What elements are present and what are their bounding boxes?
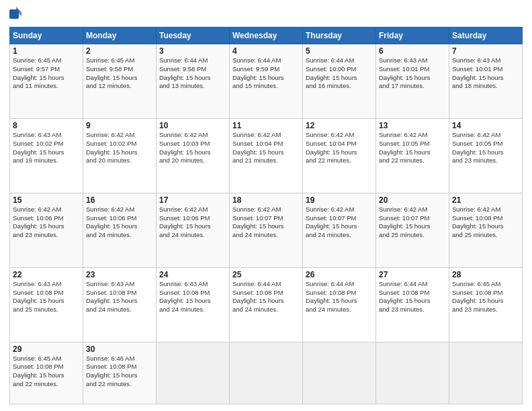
- week-row-3: 15Sunrise: 6:42 AM Sunset: 10:06 PM Dayl…: [10, 193, 523, 267]
- day-number: 1: [13, 46, 80, 56]
- logo-icon: [9, 7, 21, 21]
- day-number: 5: [306, 46, 373, 56]
- day-info: Sunrise: 6:43 AM Sunset: 10:02 PM Daylig…: [13, 131, 80, 165]
- week-row-1: 1Sunrise: 6:45 AM Sunset: 9:57 PM Daylig…: [10, 44, 523, 119]
- calendar-cell: 21Sunrise: 6:42 AM Sunset: 10:08 PM Dayl…: [449, 193, 523, 267]
- day-info: Sunrise: 6:43 AM Sunset: 10:08 PM Daylig…: [159, 280, 226, 314]
- week-row-2: 8Sunrise: 6:43 AM Sunset: 10:02 PM Dayli…: [10, 118, 523, 193]
- weekday-header-monday: Monday: [83, 28, 157, 44]
- calendar-cell: 4Sunrise: 6:44 AM Sunset: 9:59 PM Daylig…: [230, 44, 303, 119]
- day-number: 26: [306, 270, 373, 279]
- day-info: Sunrise: 6:42 AM Sunset: 10:06 PM Daylig…: [13, 205, 80, 240]
- weekday-header-wednesday: Wednesday: [230, 28, 303, 44]
- day-number: 30: [86, 345, 153, 354]
- day-info: Sunrise: 6:45 AM Sunset: 10:08 PM Daylig…: [452, 280, 519, 314]
- calendar-cell: 17Sunrise: 6:42 AM Sunset: 10:06 PM Dayl…: [157, 193, 230, 267]
- calendar-cell: 22Sunrise: 6:43 AM Sunset: 10:08 PM Dayl…: [10, 267, 83, 342]
- calendar-cell: 23Sunrise: 6:43 AM Sunset: 10:08 PM Dayl…: [83, 267, 157, 342]
- calendar-cell: 18Sunrise: 6:42 AM Sunset: 10:07 PM Dayl…: [230, 193, 303, 267]
- day-info: Sunrise: 6:42 AM Sunset: 10:02 PM Daylig…: [86, 131, 153, 165]
- calendar-cell: [449, 342, 523, 404]
- day-number: 11: [232, 121, 300, 130]
- calendar-cell: 12Sunrise: 6:42 AM Sunset: 10:04 PM Dayl…: [303, 118, 376, 193]
- day-info: Sunrise: 6:44 AM Sunset: 10:08 PM Daylig…: [232, 280, 300, 314]
- day-info: Sunrise: 6:42 AM Sunset: 10:05 PM Daylig…: [452, 131, 519, 165]
- day-info: Sunrise: 6:44 AM Sunset: 9:58 PM Dayligh…: [159, 56, 226, 91]
- day-info: Sunrise: 6:42 AM Sunset: 10:07 PM Daylig…: [232, 205, 300, 240]
- day-number: 10: [159, 121, 226, 130]
- calendar-cell: 3Sunrise: 6:44 AM Sunset: 9:58 PM Daylig…: [157, 44, 230, 119]
- day-info: Sunrise: 6:42 AM Sunset: 10:05 PM Daylig…: [379, 131, 446, 165]
- day-info: Sunrise: 6:42 AM Sunset: 10:07 PM Daylig…: [379, 205, 446, 240]
- calendar-cell: 29Sunrise: 6:45 AM Sunset: 10:08 PM Dayl…: [10, 342, 83, 404]
- day-number: 3: [159, 46, 226, 56]
- calendar-cell: 25Sunrise: 6:44 AM Sunset: 10:08 PM Dayl…: [230, 267, 303, 342]
- day-number: 13: [379, 121, 446, 130]
- logo: [9, 7, 24, 21]
- calendar-cell: 5Sunrise: 6:44 AM Sunset: 10:00 PM Dayli…: [303, 44, 376, 119]
- calendar-cell: 1Sunrise: 6:45 AM Sunset: 9:57 PM Daylig…: [10, 44, 83, 119]
- day-number: 18: [232, 195, 300, 205]
- day-number: 29: [13, 345, 80, 354]
- day-info: Sunrise: 6:42 AM Sunset: 10:08 PM Daylig…: [452, 205, 519, 240]
- weekday-header-tuesday: Tuesday: [157, 28, 230, 44]
- day-number: 24: [159, 270, 226, 279]
- day-info: Sunrise: 6:42 AM Sunset: 10:03 PM Daylig…: [159, 131, 226, 165]
- calendar-cell: 30Sunrise: 6:46 AM Sunset: 10:08 PM Dayl…: [83, 342, 157, 404]
- calendar-cell: [157, 342, 230, 404]
- day-number: 6: [379, 46, 446, 56]
- day-number: 21: [452, 195, 519, 205]
- day-info: Sunrise: 6:44 AM Sunset: 9:59 PM Dayligh…: [232, 56, 300, 91]
- day-info: Sunrise: 6:43 AM Sunset: 10:08 PM Daylig…: [13, 280, 80, 314]
- calendar-cell: 9Sunrise: 6:42 AM Sunset: 10:02 PM Dayli…: [83, 118, 157, 193]
- day-info: Sunrise: 6:43 AM Sunset: 10:01 PM Daylig…: [452, 56, 519, 91]
- day-number: 9: [86, 121, 153, 130]
- calendar-cell: 11Sunrise: 6:42 AM Sunset: 10:04 PM Dayl…: [230, 118, 303, 193]
- day-info: Sunrise: 6:44 AM Sunset: 10:08 PM Daylig…: [379, 280, 446, 314]
- week-row-5: 29Sunrise: 6:45 AM Sunset: 10:08 PM Dayl…: [10, 342, 523, 404]
- day-number: 14: [452, 121, 519, 130]
- day-info: Sunrise: 6:42 AM Sunset: 10:06 PM Daylig…: [86, 205, 153, 240]
- calendar-cell: 2Sunrise: 6:45 AM Sunset: 9:58 PM Daylig…: [83, 44, 157, 119]
- calendar-cell: 27Sunrise: 6:44 AM Sunset: 10:08 PM Dayl…: [376, 267, 449, 342]
- calendar-cell: 24Sunrise: 6:43 AM Sunset: 10:08 PM Dayl…: [157, 267, 230, 342]
- calendar-cell: [303, 342, 376, 404]
- calendar-cell: 7Sunrise: 6:43 AM Sunset: 10:01 PM Dayli…: [449, 44, 523, 119]
- day-info: Sunrise: 6:42 AM Sunset: 10:07 PM Daylig…: [306, 205, 373, 240]
- day-info: Sunrise: 6:45 AM Sunset: 9:58 PM Dayligh…: [86, 56, 153, 91]
- calendar-cell: [376, 342, 449, 404]
- calendar-cell: 10Sunrise: 6:42 AM Sunset: 10:03 PM Dayl…: [157, 118, 230, 193]
- weekday-header-thursday: Thursday: [303, 28, 376, 44]
- day-number: 4: [232, 46, 300, 56]
- day-number: 19: [306, 195, 373, 205]
- header: [9, 7, 523, 21]
- calendar-cell: 13Sunrise: 6:42 AM Sunset: 10:05 PM Dayl…: [376, 118, 449, 193]
- day-info: Sunrise: 6:42 AM Sunset: 10:06 PM Daylig…: [159, 205, 226, 240]
- day-number: 22: [13, 270, 80, 279]
- day-number: 17: [159, 195, 226, 205]
- day-info: Sunrise: 6:44 AM Sunset: 10:08 PM Daylig…: [306, 280, 373, 314]
- calendar-cell: 14Sunrise: 6:42 AM Sunset: 10:05 PM Dayl…: [449, 118, 523, 193]
- day-info: Sunrise: 6:43 AM Sunset: 10:08 PM Daylig…: [86, 280, 153, 314]
- calendar-cell: 28Sunrise: 6:45 AM Sunset: 10:08 PM Dayl…: [449, 267, 523, 342]
- day-info: Sunrise: 6:46 AM Sunset: 10:08 PM Daylig…: [86, 355, 153, 389]
- calendar-cell: 26Sunrise: 6:44 AM Sunset: 10:08 PM Dayl…: [303, 267, 376, 342]
- day-info: Sunrise: 6:42 AM Sunset: 10:04 PM Daylig…: [306, 131, 373, 165]
- weekday-header-sunday: Sunday: [10, 28, 83, 44]
- day-number: 8: [13, 121, 80, 130]
- calendar-cell: 6Sunrise: 6:43 AM Sunset: 10:01 PM Dayli…: [376, 44, 449, 119]
- day-number: 12: [306, 121, 373, 130]
- day-info: Sunrise: 6:44 AM Sunset: 10:00 PM Daylig…: [306, 56, 373, 91]
- day-number: 15: [13, 195, 80, 205]
- day-info: Sunrise: 6:43 AM Sunset: 10:01 PM Daylig…: [379, 56, 446, 91]
- calendar-cell: 15Sunrise: 6:42 AM Sunset: 10:06 PM Dayl…: [10, 193, 83, 267]
- day-number: 28: [452, 270, 519, 279]
- day-number: 27: [379, 270, 446, 279]
- day-info: Sunrise: 6:45 AM Sunset: 9:57 PM Dayligh…: [13, 56, 80, 91]
- day-number: 7: [452, 46, 519, 56]
- day-number: 25: [232, 270, 300, 279]
- day-info: Sunrise: 6:42 AM Sunset: 10:04 PM Daylig…: [232, 131, 300, 165]
- calendar-cell: 19Sunrise: 6:42 AM Sunset: 10:07 PM Dayl…: [303, 193, 376, 267]
- weekday-header-row: SundayMondayTuesdayWednesdayThursdayFrid…: [10, 28, 523, 44]
- calendar-cell: [230, 342, 303, 404]
